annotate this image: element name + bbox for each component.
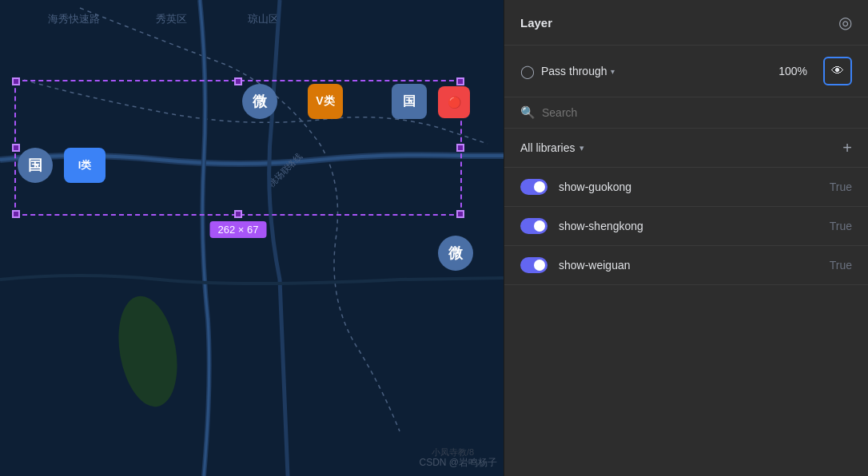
- search-row: 🔍: [504, 97, 868, 129]
- pin-v: V类: [308, 84, 343, 119]
- libraries-row: All libraries ▾ +: [504, 129, 868, 168]
- variable-row: show-guokong True: [504, 168, 868, 207]
- libraries-label-text: All libraries: [520, 141, 575, 154]
- panel-header: Layer ◎: [504, 0, 868, 46]
- svg-text:秀英区: 秀英区: [156, 13, 187, 25]
- toggle-switch-2[interactable]: [520, 257, 547, 273]
- right-panel: Layer ◎ ◯ Pass through ▾ 100% 👁 🔍 All li…: [504, 0, 868, 476]
- blend-mode-selector[interactable]: Pass through ▾: [541, 65, 772, 77]
- libraries-selector[interactable]: All libraries ▾: [520, 141, 584, 154]
- blend-icon: ◯: [520, 64, 535, 79]
- variables-list: show-guokong True show-shengkong True sh…: [504, 168, 868, 285]
- var-value-0: True: [830, 180, 852, 193]
- pin-wei1: 微: [242, 84, 277, 119]
- pin-lei1: I类: [64, 148, 106, 183]
- pin-guo2: 国: [392, 84, 427, 119]
- variable-row: show-weiguan True: [504, 246, 868, 285]
- libraries-chevron-icon: ▾: [579, 143, 584, 153]
- var-name-2: show-weiguan: [559, 259, 818, 272]
- svg-text:海秀快速路: 海秀快速路: [48, 13, 100, 25]
- watermark: CSDN @岩鸣杨子: [419, 456, 497, 470]
- svg-rect-0: [0, 0, 504, 476]
- svg-text:琼山区: 琼山区: [248, 13, 279, 25]
- layer-icon[interactable]: ◎: [838, 13, 852, 32]
- opacity-value[interactable]: 100%: [778, 65, 807, 77]
- visibility-button[interactable]: 👁: [823, 57, 852, 85]
- search-input[interactable]: [542, 106, 852, 119]
- var-value-1: True: [830, 220, 852, 232]
- blend-row: ◯ Pass through ▾ 100% 👁: [504, 46, 868, 97]
- map-area: 海秀快速路 秀英区 琼山区 桃场联络线 小凤寺教/8: [0, 0, 504, 476]
- pin-guokong: 国: [18, 148, 53, 183]
- search-icon: 🔍: [520, 105, 536, 120]
- pin-wei2: 微: [438, 236, 473, 271]
- toggle-switch-0[interactable]: [520, 179, 547, 195]
- pin-red: 🔴: [438, 86, 470, 118]
- panel-title: Layer: [520, 16, 552, 30]
- eye-icon: 👁: [831, 64, 844, 78]
- var-name-0: show-guokong: [559, 180, 818, 193]
- toggle-switch-1[interactable]: [520, 218, 547, 234]
- variable-row: show-shengkong True: [504, 207, 868, 246]
- var-name-1: show-shengkong: [559, 220, 818, 232]
- add-library-button[interactable]: +: [842, 140, 852, 156]
- blend-mode-label: Pass through: [541, 65, 607, 77]
- blend-chevron-icon: ▾: [611, 67, 615, 76]
- var-value-2: True: [830, 259, 852, 272]
